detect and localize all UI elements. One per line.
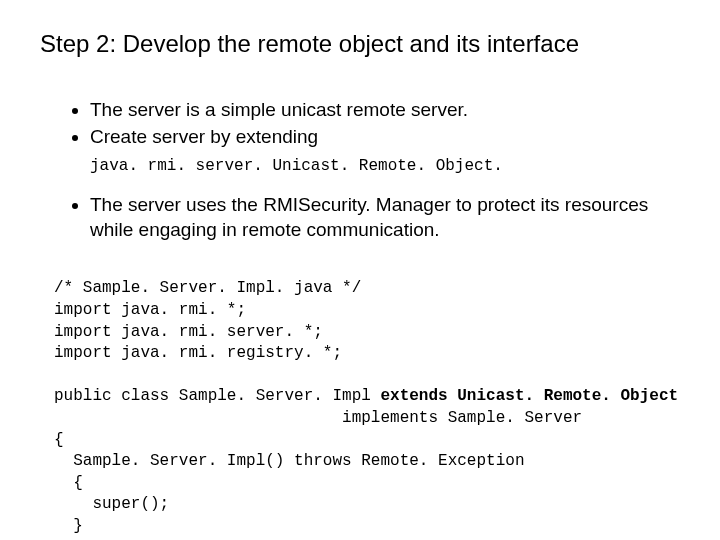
bullet-item: The server uses the RMISecurity. Manager…	[90, 193, 670, 242]
bullet-list-b: The server uses the RMISecurity. Manager…	[50, 193, 670, 242]
slide-title: Step 2: Develop the remote object and it…	[40, 30, 670, 58]
code-line: import java. rmi. *;	[54, 301, 246, 319]
code-line: {	[54, 474, 83, 492]
code-text-bold: extends Unicast. Remote. Object	[380, 387, 678, 405]
code-line: public class Sample. Server. Impl extend…	[54, 387, 678, 405]
bullet-item: Create server by extending	[90, 125, 670, 150]
bullet-list-a: The server is a simple unicast remote se…	[50, 98, 670, 149]
code-line: import java. rmi. registry. *;	[54, 344, 342, 362]
code-line: {	[54, 431, 64, 449]
slide: Step 2: Develop the remote object and it…	[0, 0, 720, 540]
code-line: import java. rmi. server. *;	[54, 323, 323, 341]
code-block: /* Sample. Server. Impl. java */ import …	[54, 257, 670, 538]
code-text: public class Sample. Server. Impl	[54, 387, 380, 405]
code-line: /* Sample. Server. Impl. java */	[54, 279, 361, 297]
bullet-item: The server is a simple unicast remote se…	[90, 98, 670, 123]
code-line: Sample. Server. Impl() throws Remote. Ex…	[54, 452, 524, 470]
inline-code: java. rmi. server. Unicast. Remote. Obje…	[90, 157, 670, 175]
code-line: }	[54, 517, 83, 535]
code-line: implements Sample. Server	[54, 409, 582, 427]
code-line: super();	[54, 495, 169, 513]
